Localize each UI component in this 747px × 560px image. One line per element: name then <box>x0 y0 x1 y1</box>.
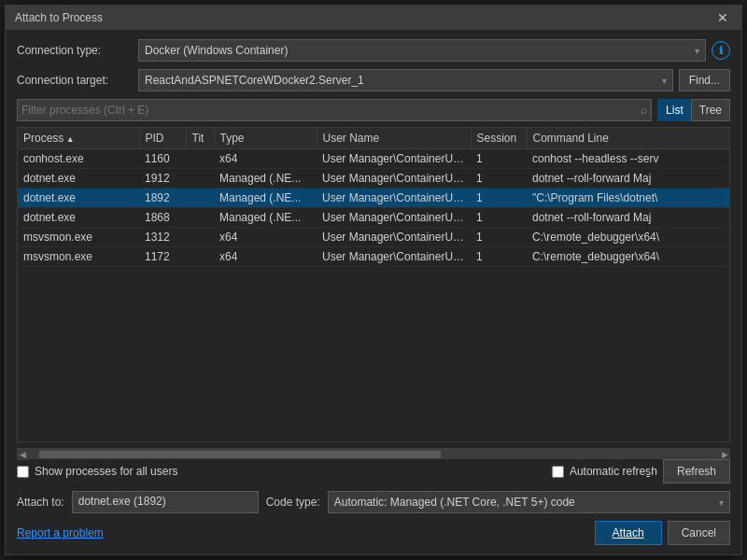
attach-to-row: Attach to: dotnet.exe (1892) Code type: … <box>17 491 730 513</box>
table-cell: Managed (.NE... <box>214 189 317 208</box>
table-cell: conhost --headless --serv <box>527 149 729 169</box>
table-cell: 1160 <box>139 149 186 169</box>
report-problem-link[interactable]: Report a problem <box>17 526 104 539</box>
close-button[interactable]: ✕ <box>713 11 732 24</box>
table-cell: 1172 <box>139 247 186 267</box>
connection-target-combo[interactable]: ReactAndASPNETCoreWDocker2.Server_1 ▾ <box>138 69 673 91</box>
table-row[interactable]: msvsmon.exe1312x64User Manager\Container… <box>18 228 729 247</box>
dialog-title: Attach to Process <box>15 11 103 24</box>
table-cell: User Manager\ContainerUser <box>317 149 471 169</box>
table-cell: "C:\Program Files\dotnet\ <box>527 189 729 208</box>
auto-refresh-checkbox[interactable] <box>552 466 564 478</box>
code-type-combo[interactable]: Automatic: Managed (.NET Core, .NET 5+) … <box>328 491 730 513</box>
table-row[interactable]: dotnet.exe1892Managed (.NE...User Manage… <box>18 189 729 208</box>
col-header-pid[interactable]: PID <box>139 128 186 149</box>
table-cell: User Manager\ContainerUser <box>317 247 471 267</box>
filter-input[interactable] <box>21 104 637 117</box>
col-header-tit[interactable]: Tit <box>186 128 214 149</box>
dialog-body: Connection type: Docker (Windows Contain… <box>6 30 741 554</box>
scrollbar-track[interactable] <box>39 451 708 458</box>
table-header-row: Process PID Tit Type User Name Session C… <box>18 128 729 149</box>
code-type-value: Automatic: Managed (.NET Core, .NET 5+) … <box>334 496 575 509</box>
code-type-label: Code type: <box>266 496 320 509</box>
col-header-process[interactable]: Process <box>18 128 139 149</box>
tree-view-button[interactable]: Tree <box>691 99 730 121</box>
connection-type-label: Connection type: <box>17 44 138 57</box>
table-cell: 1 <box>471 149 527 169</box>
table-cell: dotnet --roll-forward Maj <box>527 208 729 228</box>
table-cell: dotnet.exe <box>18 208 139 228</box>
list-view-button[interactable]: List <box>657 99 691 121</box>
scroll-left-arrow[interactable]: ◀ <box>17 449 28 460</box>
table-cell: Managed (.NE... <box>214 169 317 189</box>
auto-refresh-wrap: Automatic refres̱h Refresh <box>552 459 730 483</box>
table-cell: User Manager\ContainerUser <box>317 169 471 189</box>
show-all-users-label: Show processes for all users <box>35 465 177 478</box>
bottom-section: Show processes for all users Automatic r… <box>17 459 730 545</box>
table-cell: x64 <box>214 228 317 247</box>
chevron-down-icon: ▾ <box>719 497 724 508</box>
table-cell <box>186 189 214 208</box>
actions-row: Report a problem Attach Cancel <box>17 521 730 545</box>
options-row: Show processes for all users Automatic r… <box>17 459 730 483</box>
table-cell: 1912 <box>139 169 186 189</box>
connection-target-label: Connection target: <box>17 74 138 87</box>
table-cell <box>186 149 214 169</box>
view-buttons: List Tree <box>657 99 730 121</box>
connection-target-row: Connection target: ReactAndASPNETCoreWDo… <box>17 69 730 91</box>
table-cell: 1892 <box>139 189 186 208</box>
filter-row: ⌕ List Tree <box>17 99 730 121</box>
table-cell: dotnet --roll-forward Maj <box>527 169 729 189</box>
table-row[interactable]: dotnet.exe1912Managed (.NE...User Manage… <box>18 169 729 189</box>
table-cell: x64 <box>214 247 317 267</box>
attach-to-label: Attach to: <box>17 496 64 509</box>
table-cell: 1 <box>471 189 527 208</box>
cancel-button[interactable]: Cancel <box>668 521 730 545</box>
table-row[interactable]: dotnet.exe1868Managed (.NE...User Manage… <box>18 208 729 228</box>
show-all-users-checkbox[interactable] <box>17 466 29 478</box>
refresh-button[interactable]: Refresh <box>663 459 730 483</box>
table-cell <box>186 247 214 267</box>
table-cell: 1 <box>471 247 527 267</box>
table-row[interactable]: conhost.exe1160x64User Manager\Container… <box>18 149 729 169</box>
col-header-cmdline[interactable]: Command Line <box>527 128 729 149</box>
auto-refresh-checkbox-wrap[interactable]: Automatic refres̱h <box>552 465 657 478</box>
table-cell: conhost.exe <box>18 149 139 169</box>
col-header-session[interactable]: Session <box>471 128 527 149</box>
connection-target-value: ReactAndASPNETCoreWDocker2.Server_1 <box>145 74 364 87</box>
scroll-right-arrow[interactable]: ▶ <box>719 449 730 460</box>
table-cell: 1 <box>471 208 527 228</box>
table-cell: User Manager\ContainerUser <box>317 208 471 228</box>
table-cell: C:\remote_debugger\x64\ <box>527 247 729 267</box>
table-row[interactable]: msvsmon.exe1172x64User Manager\Container… <box>18 247 729 267</box>
table-cell: dotnet.exe <box>18 169 139 189</box>
info-icon[interactable]: ℹ <box>712 41 730 60</box>
table-cell: msvsmon.exe <box>18 228 139 247</box>
col-header-type[interactable]: Type <box>214 128 317 149</box>
connection-type-value: Docker (Windows Container) <box>145 44 288 57</box>
table-cell: 1312 <box>139 228 186 247</box>
table-cell: C:\remote_debugger\x64\ <box>527 228 729 247</box>
table-cell <box>186 169 214 189</box>
show-all-users-checkbox-wrap[interactable]: Show processes for all users <box>17 465 177 478</box>
title-bar: Attach to Process ✕ <box>6 6 741 30</box>
table-cell: User Manager\ContainerUser <box>317 228 471 247</box>
chevron-down-icon: ▾ <box>695 46 699 56</box>
table-cell: 1868 <box>139 208 186 228</box>
process-table: Process PID Tit Type User Name Session C… <box>18 128 729 267</box>
process-table-wrap[interactable]: Process PID Tit Type User Name Session C… <box>17 127 730 442</box>
attach-button[interactable]: Attach <box>595 521 662 545</box>
connection-type-combo[interactable]: Docker (Windows Container) ▾ <box>138 39 706 62</box>
attach-to-process-dialog: Attach to Process ✕ Connection type: Doc… <box>5 5 742 555</box>
col-header-username[interactable]: User Name <box>317 128 471 149</box>
chevron-down-icon: ▾ <box>662 76 667 86</box>
attach-to-value: dotnet.exe (1892) <box>72 491 259 513</box>
table-cell: dotnet.exe <box>18 189 139 208</box>
table-cell: Managed (.NE... <box>214 208 317 228</box>
scrollbar-thumb[interactable] <box>39 451 441 458</box>
find-button[interactable]: Find... <box>679 69 730 91</box>
action-buttons: Attach Cancel <box>595 521 730 545</box>
table-cell: User Manager\ContainerUser <box>317 189 471 208</box>
table-cell: msvsmon.exe <box>18 247 139 267</box>
horizontal-scrollbar[interactable]: ◀ ▶ <box>17 448 730 459</box>
